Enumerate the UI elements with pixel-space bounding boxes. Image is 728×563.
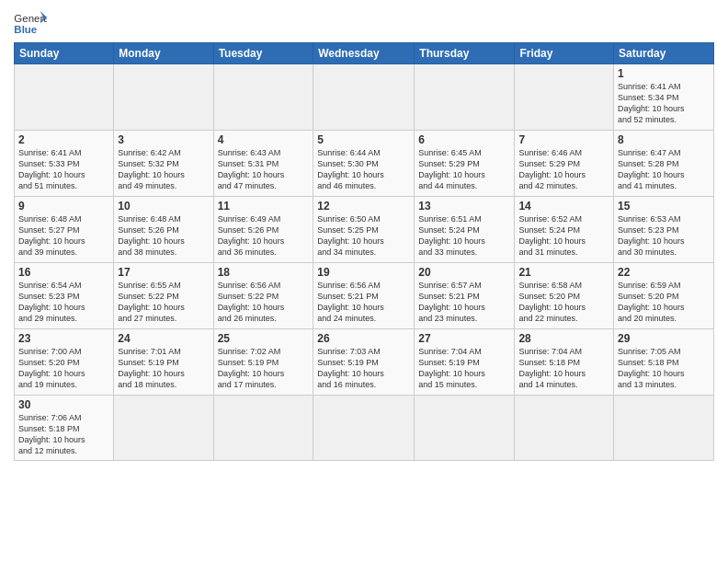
calendar-cell-empty [114, 396, 213, 461]
day-number: 29 [618, 332, 710, 345]
day-info: Sunrise: 7:04 AM Sunset: 5:19 PM Dayligh… [418, 346, 510, 391]
day-number: 28 [518, 332, 609, 345]
calendar-cell-1: 1Sunrise: 6:41 AM Sunset: 5:34 PM Daylig… [614, 64, 714, 131]
day-number: 30 [18, 398, 109, 411]
calendar-cell-10: 10Sunrise: 6:48 AM Sunset: 5:26 PM Dayli… [114, 197, 213, 263]
day-number: 9 [18, 200, 109, 213]
day-info: Sunrise: 6:41 AM Sunset: 5:34 PM Dayligh… [618, 81, 710, 126]
day-info: Sunrise: 6:43 AM Sunset: 5:31 PM Dayligh… [218, 147, 310, 192]
calendar-cell-6: 6Sunrise: 6:45 AM Sunset: 5:29 PM Daylig… [415, 131, 515, 197]
day-number: 19 [317, 266, 410, 279]
day-info: Sunrise: 6:49 AM Sunset: 5:26 PM Dayligh… [218, 213, 310, 259]
day-number: 21 [518, 266, 609, 279]
day-info: Sunrise: 6:52 AM Sunset: 5:24 PM Dayligh… [518, 213, 609, 259]
day-info: Sunrise: 6:44 AM Sunset: 5:30 PM Dayligh… [317, 147, 410, 192]
day-info: Sunrise: 6:57 AM Sunset: 5:21 PM Dayligh… [418, 280, 510, 325]
day-number: 3 [118, 133, 209, 146]
day-info: Sunrise: 6:50 AM Sunset: 5:25 PM Dayligh… [317, 213, 410, 259]
calendar-cell-20: 20Sunrise: 6:57 AM Sunset: 5:21 PM Dayli… [415, 263, 515, 329]
day-number: 6 [418, 133, 510, 146]
day-number: 1 [618, 67, 710, 80]
calendar-cell-19: 19Sunrise: 6:56 AM Sunset: 5:21 PM Dayli… [313, 263, 415, 329]
calendar-cell-25: 25Sunrise: 7:02 AM Sunset: 5:19 PM Dayli… [213, 329, 313, 396]
calendar-cell-2: 2Sunrise: 6:41 AM Sunset: 5:33 PM Daylig… [15, 131, 114, 197]
day-number: 8 [618, 133, 710, 146]
day-number: 24 [118, 332, 209, 345]
day-info: Sunrise: 7:06 AM Sunset: 5:18 PM Dayligh… [18, 412, 109, 457]
calendar-cell-empty [313, 64, 415, 131]
weekday-header-wednesday: Wednesday [313, 43, 415, 64]
day-number: 23 [18, 332, 109, 345]
day-info: Sunrise: 6:58 AM Sunset: 5:20 PM Dayligh… [518, 280, 609, 325]
calendar-cell-5: 5Sunrise: 6:44 AM Sunset: 5:30 PM Daylig… [313, 131, 415, 197]
day-info: Sunrise: 6:46 AM Sunset: 5:29 PM Dayligh… [518, 147, 609, 192]
day-number: 14 [518, 200, 609, 213]
calendar-cell-empty [213, 64, 313, 131]
day-number: 27 [418, 332, 510, 345]
calendar-week-row-5: 23Sunrise: 7:00 AM Sunset: 5:20 PM Dayli… [15, 329, 714, 396]
weekday-header-friday: Friday [515, 43, 614, 64]
logo: General Blue [14, 9, 47, 37]
day-info: Sunrise: 6:51 AM Sunset: 5:24 PM Dayligh… [418, 213, 510, 259]
calendar-cell-24: 24Sunrise: 7:01 AM Sunset: 5:19 PM Dayli… [114, 329, 213, 396]
header: General Blue [14, 9, 714, 37]
calendar-week-row-6: 30Sunrise: 7:06 AM Sunset: 5:18 PM Dayli… [15, 396, 714, 461]
day-info: Sunrise: 7:00 AM Sunset: 5:20 PM Dayligh… [18, 346, 109, 391]
calendar-week-row-4: 16Sunrise: 6:54 AM Sunset: 5:23 PM Dayli… [15, 263, 714, 329]
calendar-cell-empty [415, 64, 515, 131]
weekday-header-saturday: Saturday [614, 43, 714, 64]
day-info: Sunrise: 6:56 AM Sunset: 5:22 PM Dayligh… [218, 280, 310, 325]
calendar-cell-4: 4Sunrise: 6:43 AM Sunset: 5:31 PM Daylig… [213, 131, 313, 197]
day-info: Sunrise: 6:42 AM Sunset: 5:32 PM Dayligh… [118, 147, 209, 192]
day-info: Sunrise: 6:56 AM Sunset: 5:21 PM Dayligh… [317, 280, 410, 325]
weekday-header-sunday: Sunday [15, 43, 114, 64]
calendar-cell-empty [15, 64, 114, 131]
day-number: 13 [418, 200, 510, 213]
day-info: Sunrise: 6:45 AM Sunset: 5:29 PM Dayligh… [418, 147, 510, 192]
calendar-cell-27: 27Sunrise: 7:04 AM Sunset: 5:19 PM Dayli… [415, 329, 515, 396]
day-number: 2 [18, 133, 109, 146]
calendar-cell-30: 30Sunrise: 7:06 AM Sunset: 5:18 PM Dayli… [15, 396, 114, 461]
calendar-cell-17: 17Sunrise: 6:55 AM Sunset: 5:22 PM Dayli… [114, 263, 213, 329]
calendar-cell-empty [515, 396, 614, 461]
calendar-table: SundayMondayTuesdayWednesdayThursdayFrid… [14, 42, 714, 461]
day-number: 4 [218, 133, 310, 146]
calendar-cell-empty [213, 396, 313, 461]
calendar-cell-3: 3Sunrise: 6:42 AM Sunset: 5:32 PM Daylig… [114, 131, 213, 197]
day-info: Sunrise: 6:59 AM Sunset: 5:20 PM Dayligh… [618, 280, 710, 325]
calendar-cell-empty [515, 64, 614, 131]
day-info: Sunrise: 6:48 AM Sunset: 5:26 PM Dayligh… [118, 213, 209, 259]
day-info: Sunrise: 6:48 AM Sunset: 5:27 PM Dayligh… [18, 213, 109, 259]
calendar-cell-13: 13Sunrise: 6:51 AM Sunset: 5:24 PM Dayli… [415, 197, 515, 263]
day-number: 17 [118, 266, 209, 279]
calendar-cell-18: 18Sunrise: 6:56 AM Sunset: 5:22 PM Dayli… [213, 263, 313, 329]
day-number: 7 [518, 133, 609, 146]
calendar-cell-15: 15Sunrise: 6:53 AM Sunset: 5:23 PM Dayli… [614, 197, 714, 263]
day-number: 22 [618, 266, 710, 279]
day-info: Sunrise: 6:41 AM Sunset: 5:33 PM Dayligh… [18, 147, 109, 192]
calendar-cell-23: 23Sunrise: 7:00 AM Sunset: 5:20 PM Dayli… [15, 329, 114, 396]
calendar-cell-22: 22Sunrise: 6:59 AM Sunset: 5:20 PM Dayli… [614, 263, 714, 329]
weekday-header-thursday: Thursday [415, 43, 515, 64]
calendar-cell-empty [313, 396, 415, 461]
day-info: Sunrise: 6:53 AM Sunset: 5:23 PM Dayligh… [618, 213, 710, 259]
weekday-header-tuesday: Tuesday [213, 43, 313, 64]
day-number: 25 [218, 332, 310, 345]
day-number: 20 [418, 266, 510, 279]
calendar-cell-empty [415, 396, 515, 461]
day-number: 18 [218, 266, 310, 279]
calendar-cell-8: 8Sunrise: 6:47 AM Sunset: 5:28 PM Daylig… [614, 131, 714, 197]
weekday-header-monday: Monday [114, 43, 213, 64]
calendar-cell-12: 12Sunrise: 6:50 AM Sunset: 5:25 PM Dayli… [313, 197, 415, 263]
calendar-cell-28: 28Sunrise: 7:04 AM Sunset: 5:18 PM Dayli… [515, 329, 614, 396]
calendar-cell-11: 11Sunrise: 6:49 AM Sunset: 5:26 PM Dayli… [213, 197, 313, 263]
svg-text:General: General [14, 13, 47, 24]
calendar-page: General Blue SundayMondayTuesdayWednesda… [0, 0, 728, 563]
day-info: Sunrise: 6:47 AM Sunset: 5:28 PM Dayligh… [618, 147, 710, 192]
day-info: Sunrise: 6:55 AM Sunset: 5:22 PM Dayligh… [118, 280, 209, 325]
calendar-week-row-2: 2Sunrise: 6:41 AM Sunset: 5:33 PM Daylig… [15, 131, 714, 197]
calendar-week-row-3: 9Sunrise: 6:48 AM Sunset: 5:27 PM Daylig… [15, 197, 714, 263]
day-info: Sunrise: 6:54 AM Sunset: 5:23 PM Dayligh… [18, 280, 109, 325]
day-info: Sunrise: 7:05 AM Sunset: 5:18 PM Dayligh… [618, 346, 710, 391]
day-number: 26 [317, 332, 410, 345]
